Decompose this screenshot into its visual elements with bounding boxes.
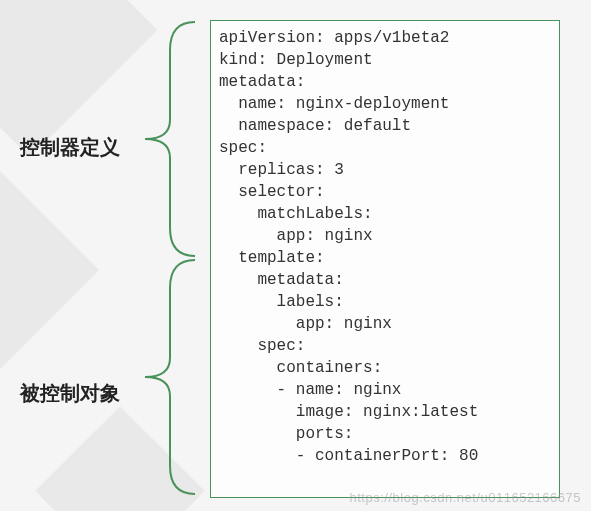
background-decor — [0, 171, 99, 369]
watermark-text: https://blog.csdn.net/u011652166675 — [350, 490, 581, 505]
yaml-code-block: apiVersion: apps/v1beta2 kind: Deploymen… — [210, 20, 560, 498]
label-controller-definition: 控制器定义 — [20, 134, 120, 161]
yaml-code-text: apiVersion: apps/v1beta2 kind: Deploymen… — [219, 27, 551, 467]
brace-bottom-icon — [130, 258, 200, 496]
brace-top-icon — [130, 20, 200, 258]
label-controlled-object: 被控制对象 — [20, 380, 120, 407]
